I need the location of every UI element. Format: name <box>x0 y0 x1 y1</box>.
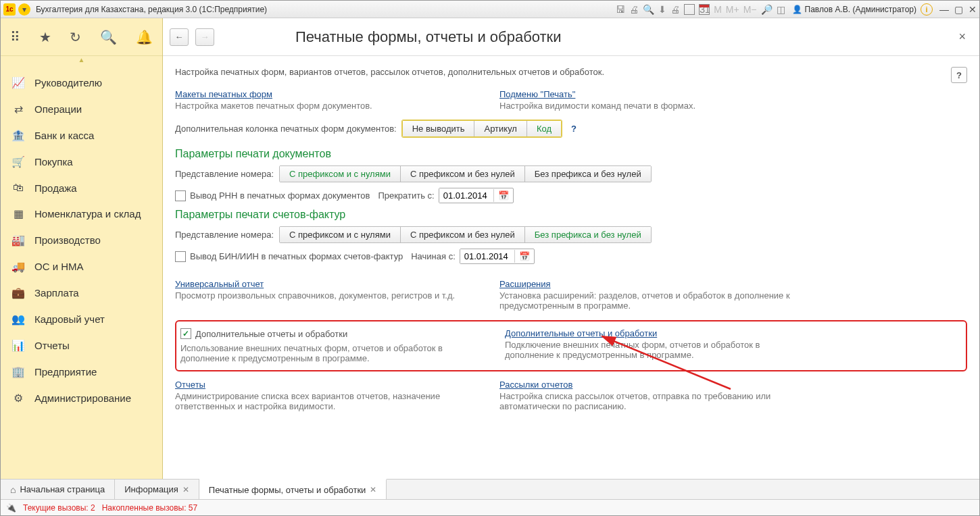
sidebar-item-2[interactable]: 🏦Банк и касса <box>1 122 162 149</box>
close-button[interactable]: ✕ <box>969 4 977 15</box>
sidebar-item-5[interactable]: ▦Номенклатура и склад <box>1 201 162 227</box>
extra-column-help[interactable]: ? <box>571 124 577 134</box>
print2-icon[interactable]: 🖨 <box>670 4 680 15</box>
page-title: Печатные формы, отчеты и обработки <box>295 28 562 46</box>
checkbox-bin[interactable] <box>175 251 186 262</box>
sidebar-item-8[interactable]: 💼Зарплата <box>1 280 162 306</box>
sidebar-item-icon: ⚙ <box>11 392 25 405</box>
desc-report-mailings: Настройка списка рассылок отчетов, отпра… <box>499 391 797 411</box>
link-report-mailings[interactable]: Рассылки отчетов <box>499 380 572 390</box>
user-block[interactable]: 👤 Павлов А.В. (Администратор) <box>792 5 917 14</box>
help-button[interactable]: ? <box>951 67 967 83</box>
calendar-picker-icon-2[interactable]: 📅 <box>514 250 534 263</box>
titlebar-tools: 🖫 🖨 🔍 ⬇ 🖨 31 M M+ M− 🔎 ◫ <box>616 4 785 15</box>
minimize-button[interactable]: — <box>939 4 949 15</box>
m-plus-icon[interactable]: M+ <box>726 4 739 15</box>
checkbox-rnn-label: Вывод РНН в печатных формах документов <box>190 190 370 201</box>
info-icon[interactable]: i <box>921 3 933 16</box>
desc-print-templates: Настройка макетов печатных форм документ… <box>175 101 472 111</box>
sidebar-item-1[interactable]: ⇄Операции <box>1 96 162 122</box>
m-minus-icon[interactable]: M− <box>743 4 757 15</box>
date-start-input[interactable] <box>460 249 514 263</box>
checkbox-rnn[interactable] <box>175 190 186 201</box>
user-icon: 👤 <box>792 5 802 14</box>
extra-column-opt-code[interactable]: Код <box>527 121 561 136</box>
date-stop-input-wrap: 📅 <box>439 188 514 203</box>
sidebar-collapse-icon[interactable]: ▲ <box>1 56 162 66</box>
maximize-button[interactable]: ▢ <box>954 4 963 15</box>
statusbar: 🔌 Текущие вызовы: 2 Накопленные вызовы: … <box>1 499 979 515</box>
checkbox-additional-reports[interactable] <box>180 328 191 339</box>
bottom-tab-2[interactable]: Печатные формы, отчеты и обработки✕ <box>199 479 387 499</box>
tab-label: Информация <box>124 484 178 494</box>
calendar-icon[interactable]: 31 <box>699 4 710 15</box>
extra-column-opt-none[interactable]: Не выводить <box>403 121 475 136</box>
panels-icon[interactable]: ◫ <box>777 4 785 15</box>
tab-close-icon[interactable]: ✕ <box>370 485 376 494</box>
repr1-opt-1[interactable]: С префиксом и без нулей <box>401 166 525 182</box>
sidebar-item-label: Продажа <box>34 182 77 194</box>
app-logo-icon: 1c <box>3 3 16 16</box>
sidebar-item-11[interactable]: 🏢Предприятие <box>1 359 162 385</box>
bottom-tab-1[interactable]: Информация✕ <box>115 480 199 499</box>
sidebar-item-9[interactable]: 👥Кадровый учет <box>1 306 162 332</box>
tab-label: Печатные формы, отчеты и обработки <box>209 485 366 495</box>
link-extensions[interactable]: Расширения <box>499 279 551 289</box>
sidebar-item-icon: 💼 <box>11 286 25 299</box>
nav-back-button[interactable]: ← <box>170 28 189 46</box>
repr1-opt-0[interactable]: С префиксом и с нулями <box>280 166 401 182</box>
m-icon[interactable]: M <box>714 4 722 15</box>
desc-print-submenu: Настройка видимости команд печати в форм… <box>499 101 797 111</box>
date-stop-input[interactable] <box>439 188 493 203</box>
sidebar-item-label: Руководителю <box>34 77 102 88</box>
apps-icon[interactable]: ⠿ <box>10 29 20 45</box>
grid-icon[interactable] <box>684 4 695 15</box>
sidebar-item-4[interactable]: 🛍Продажа <box>1 175 162 201</box>
sidebar-item-icon: 📈 <box>11 76 25 89</box>
nav-forward-button[interactable]: → <box>195 28 214 46</box>
export-icon[interactable]: ⬇ <box>658 4 666 15</box>
link-print-templates[interactable]: Макеты печатных форм <box>175 89 272 99</box>
sidebar-item-7[interactable]: 🚚ОС и НМА <box>1 253 162 280</box>
tab-close-icon[interactable]: ✕ <box>182 485 189 494</box>
sidebar-top-toolbar: ⠿ ★ ↻ 🔍 🔔 <box>1 18 162 56</box>
zoom-icon[interactable]: 🔎 <box>761 4 773 15</box>
calendar-picker-icon[interactable]: 📅 <box>493 189 513 202</box>
sidebar-item-10[interactable]: 📊Отчеты <box>1 332 162 359</box>
app-menu-button[interactable]: ▾ <box>18 3 30 16</box>
number-repr-label-1: Представление номера: <box>175 169 274 179</box>
bottom-tab-0[interactable]: ⌂Начальная страница <box>1 480 115 499</box>
save-icon[interactable]: 🖫 <box>616 4 625 15</box>
sidebar-item-label: Номенклатура и склад <box>34 208 141 220</box>
sidebar-item-label: Зарплата <box>34 287 79 299</box>
favorites-icon[interactable]: ★ <box>39 29 51 45</box>
desc-additional-reports-left: Использование внешних печатных форм, отч… <box>180 343 478 363</box>
sidebar-item-12[interactable]: ⚙Администрирование <box>1 385 162 411</box>
history-icon[interactable]: ↻ <box>70 29 81 45</box>
repr2-opt-2[interactable]: Без префикса и без нулей <box>525 227 651 242</box>
link-reports[interactable]: Отчеты <box>175 380 205 390</box>
repr2-opt-1[interactable]: С префиксом и без нулей <box>401 227 525 242</box>
sidebar-item-label: Кадровый учет <box>34 313 105 325</box>
sidebar-item-label: Банк и касса <box>34 130 94 141</box>
sidebar-item-3[interactable]: 🛒Покупка <box>1 149 162 175</box>
search-icon[interactable]: 🔍 <box>100 29 117 45</box>
desc-reports: Администрирование списка всех вариантов … <box>175 391 472 411</box>
preview-icon[interactable]: 🔍 <box>643 4 654 15</box>
link-universal-report[interactable]: Универсальный отчет <box>175 279 264 289</box>
extra-column-opt-article[interactable]: Артикул <box>474 121 526 136</box>
notifications-icon[interactable]: 🔔 <box>136 29 153 45</box>
repr1-opt-2[interactable]: Без префикса и без нулей <box>525 166 651 182</box>
sidebar-item-6[interactable]: 🏭Производство <box>1 227 162 253</box>
link-additional-reports[interactable]: Дополнительные отчеты и обработки <box>505 328 657 338</box>
status-current-calls: Текущие вызовы: 2 <box>23 503 95 513</box>
sidebar-item-0[interactable]: 📈Руководителю <box>1 70 162 96</box>
repr2-opt-0[interactable]: С префиксом и с нулями <box>280 227 401 242</box>
sidebar-item-icon: 🏢 <box>11 365 25 378</box>
link-print-submenu[interactable]: Подменю "Печать" <box>499 89 575 99</box>
page-close-button[interactable]: × <box>958 30 966 44</box>
print-icon[interactable]: 🖨 <box>629 4 639 15</box>
sidebar-item-icon: 🛒 <box>11 155 25 168</box>
date-start-input-wrap: 📅 <box>460 249 535 264</box>
bottom-tabs: ⌂Начальная страницаИнформация✕Печатные ф… <box>1 479 979 499</box>
